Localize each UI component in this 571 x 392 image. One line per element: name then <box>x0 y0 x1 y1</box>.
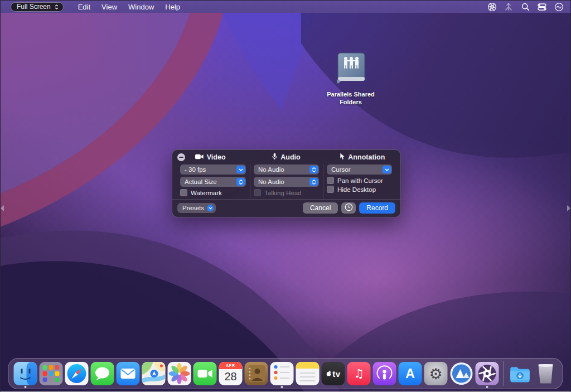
microphone-select[interactable]: No Audio <box>254 164 319 175</box>
dock-item-trash[interactable] <box>534 360 558 388</box>
running-indicator <box>25 386 27 388</box>
contacts-icon <box>245 362 268 385</box>
running-indicator <box>486 386 488 388</box>
menu-bar-status-area <box>487 2 564 12</box>
facetime-icon <box>193 362 217 385</box>
chevron-up-down-icon <box>236 178 245 186</box>
cursor-arrow-icon <box>340 153 345 162</box>
reminders-icon <box>270 362 294 385</box>
podcasts-icon <box>373 362 396 385</box>
maps-icon <box>142 362 166 385</box>
dock: APR 28 <box>8 358 563 389</box>
dock-item-messages[interactable] <box>90 360 115 388</box>
desktop-icon-parallels-shared-folders[interactable]: Parallels Shared Folders <box>317 52 384 107</box>
chevron-up-down-icon <box>55 4 59 9</box>
dock-item-podcasts[interactable] <box>372 360 397 388</box>
dock-item-downloads[interactable] <box>508 360 533 388</box>
shared-folders-book-icon <box>333 52 368 85</box>
cursor-mode-select[interactable]: Cursor <box>327 164 392 175</box>
audio-column: No Audio No Audio Talking Head <box>250 164 323 199</box>
chevron-up-down-icon <box>309 166 318 173</box>
framerate-select[interactable]: - 30 fps <box>180 164 246 175</box>
dock-item-screen-recorder[interactable] <box>475 360 500 388</box>
full-screen-selector[interactable]: Full Screen <box>11 2 64 12</box>
dock-divider <box>504 361 504 386</box>
downloads-folder-icon <box>509 362 532 385</box>
app-store-icon: A <box>399 362 422 385</box>
photos-icon <box>168 362 191 385</box>
launchpad-icon <box>40 362 63 385</box>
screen: { "menubar": { "app_selector": "Full Scr… <box>0 0 571 392</box>
parallels-status-icon[interactable] <box>554 2 564 12</box>
tv-label: tv <box>332 369 340 379</box>
recorder-header: Video Audio Annotation <box>172 150 400 164</box>
watermark-row: Watermark <box>180 189 246 196</box>
apple-logo-icon <box>326 370 331 377</box>
recorder-body: - 30 fps Actual Size Watermark No Audio <box>172 164 400 199</box>
minimize-button[interactable] <box>177 153 185 161</box>
pan-with-cursor-checkbox[interactable] <box>327 177 334 184</box>
dock-item-finder[interactable] <box>13 360 38 388</box>
control-center-icon[interactable] <box>537 2 547 12</box>
calendar-day: 28 <box>224 370 236 383</box>
search-icon[interactable] <box>520 2 530 12</box>
gear-glyph: ⚙ <box>429 366 442 381</box>
microphone-icon <box>272 153 277 162</box>
parallels-toolbox-icon <box>450 362 473 385</box>
cancel-button[interactable]: Cancel <box>303 202 338 214</box>
menu-edit[interactable]: Edit <box>72 1 96 13</box>
dock-item-reminders[interactable] <box>270 360 294 388</box>
timer-button[interactable] <box>341 202 356 214</box>
trash-icon <box>538 364 554 384</box>
talking-head-row: Talking Head <box>254 189 319 196</box>
chevron-down-icon <box>236 166 245 173</box>
running-indicator <box>281 386 283 388</box>
menu-window[interactable]: Window <box>123 1 159 13</box>
finder-icon <box>14 362 37 385</box>
dock-item-contacts[interactable] <box>244 360 269 388</box>
dock-item-system-preferences[interactable]: ⚙ <box>424 360 448 388</box>
menu-help[interactable]: Help <box>159 1 186 13</box>
system-preferences-icon: ⚙ <box>424 362 448 385</box>
presenter-icon[interactable] <box>504 2 514 12</box>
chevron-down-icon <box>207 205 214 211</box>
apple-tv-icon: tv <box>322 362 345 385</box>
desktop-icon-label: Parallels Shared Folders <box>317 91 384 107</box>
dock-item-maps[interactable] <box>142 360 166 388</box>
full-screen-label: Full Screen <box>17 3 51 11</box>
dock-item-notes[interactable] <box>296 360 320 388</box>
audio-section-title: Audio <box>248 153 324 162</box>
dock-item-music[interactable]: ♫ <box>347 360 371 388</box>
dock-item-safari[interactable] <box>65 360 89 388</box>
chevron-down-icon <box>383 166 391 173</box>
chevron-up-down-icon <box>309 178 318 186</box>
dock-item-parallels-toolbox[interactable] <box>449 360 474 388</box>
hide-desktop-checkbox[interactable] <box>327 186 334 193</box>
dock-item-photos[interactable] <box>167 360 192 388</box>
mail-icon <box>117 362 140 385</box>
safari-icon <box>65 362 89 385</box>
dock-item-app-store[interactable]: A <box>398 360 423 388</box>
pan-with-cursor-row: Pan with Cursor <box>327 177 392 184</box>
presets-button[interactable]: Presets <box>177 203 216 213</box>
system-audio-select[interactable]: No Audio <box>254 177 319 187</box>
dock-item-launchpad[interactable] <box>39 360 64 388</box>
talking-head-checkbox[interactable] <box>254 189 261 196</box>
record-button[interactable]: Record <box>359 202 395 214</box>
video-column: - 30 fps Actual Size Watermark <box>177 164 250 199</box>
size-select[interactable]: Actual Size <box>180 177 246 187</box>
left-edge-arrow-icon <box>1 204 4 214</box>
dock-item-tv[interactable]: tv <box>321 360 346 388</box>
watermark-checkbox[interactable] <box>180 189 187 196</box>
menu-view[interactable]: View <box>96 1 123 13</box>
clock-icon <box>345 203 353 213</box>
dock-item-calendar[interactable]: APR 28 <box>219 360 243 388</box>
dock-item-facetime[interactable] <box>193 360 217 388</box>
app-store-glyph: A <box>405 366 415 381</box>
video-camera-icon <box>195 153 204 161</box>
calendar-icon: APR 28 <box>219 362 243 385</box>
dock-item-mail[interactable] <box>116 360 141 388</box>
annotation-column: Cursor Pan with Cursor Hide Desktop <box>323 164 396 199</box>
aperture-icon[interactable] <box>487 2 497 12</box>
recorder-footer: Presets Cancel Record <box>172 199 400 216</box>
